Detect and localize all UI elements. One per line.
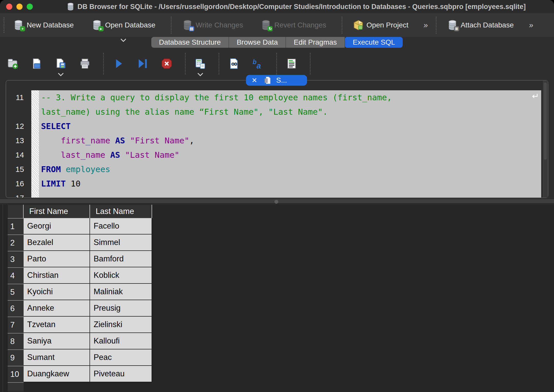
fold-margin [31,177,39,191]
badge-icon: ≣ [454,26,459,31]
cell-last-name[interactable]: Preusig [90,300,152,317]
row-number[interactable]: 9 [8,349,24,366]
editor-line[interactable]: 16LIMIT 10 [8,177,541,191]
database-icon: ▤ [182,19,193,31]
row-number[interactable]: 1 [8,218,24,234]
sql-editor[interactable]: 11-- 3. Write a query to display the fir… [8,90,541,198]
line-number [8,105,31,119]
new-query-tab-button[interactable] [7,58,18,70]
sql-toolbar-separator [185,53,186,74]
minimize-window-button[interactable] [16,4,23,10]
stop-button[interactable] [161,58,173,70]
cell-last-name[interactable]: Zielinski [90,317,152,333]
cell-last-name[interactable]: Bamford [90,251,152,267]
toolbar-overflow-icon[interactable]: » [423,21,428,30]
cell-last-name[interactable]: Maliniak [90,284,152,300]
cell-first-name[interactable]: Parto [24,251,90,267]
toolbar-item-label: Revert Changes [274,21,326,29]
editor-scrollbar[interactable] [542,81,548,198]
cell-first-name[interactable]: Saniya [24,333,90,349]
table-row: 5KyoichiMaliniak [8,284,152,300]
line-number: 13 [8,133,31,148]
main-toolbar: +New Database▸Open Database▤Write Change… [0,13,554,37]
open-project-button[interactable]: Open Project [349,17,412,33]
cell-last-name[interactable]: Kalloufi [90,333,152,349]
splitter-handle[interactable] [274,200,278,204]
row-number[interactable]: 3 [8,251,24,267]
sql-query-tab[interactable]: ✕ S... [246,75,307,86]
sql-tab-label: S... [276,76,287,84]
print-button[interactable] [79,58,91,70]
cell-last-name[interactable]: Koblick [90,267,152,284]
cell-last-name[interactable]: Facello [90,218,152,234]
cell-first-name[interactable]: Chirstian [24,267,90,284]
row-number[interactable]: 10 [8,366,24,382]
cell-first-name[interactable]: Tzvetan [24,317,90,333]
open-database-button[interactable]: ▸Open Database [88,17,159,33]
editor-line[interactable]: 12SELECT [8,119,541,133]
editor-line[interactable]: 14 last_name AS "Last Name" [8,148,541,162]
cell-first-name[interactable]: Bezalel [24,234,90,251]
cell-last-name[interactable]: Simmel [90,234,152,251]
code-text: FROM employees [39,162,541,177]
cell-first-name[interactable]: Duangkaew [24,366,90,382]
row-number-header [8,205,24,218]
line-number: 16 [8,177,31,191]
close-icon[interactable]: ✕ [252,76,257,84]
cell-first-name[interactable]: Anneke [24,300,90,317]
query-log-button[interactable] [286,58,298,70]
save-sql-file-button[interactable] [55,58,67,70]
fold-margin [31,105,39,119]
results-table: First NameLast Name1GeorgiFacello2Bezale… [8,205,152,391]
write-changes-button: ▤Write Changes [178,17,247,33]
row-number[interactable]: 4 [8,267,24,284]
row-number[interactable]: 2 [8,234,24,251]
chevron-down-icon[interactable] [197,73,204,76]
row-number[interactable]: 7 [8,317,24,333]
cell-first-name[interactable]: Georgi [24,218,90,234]
table-row: 2BezalelSimmel [8,234,152,251]
open-sql-file-button[interactable] [31,58,43,70]
table-row: 4ChirstianKoblick [8,267,152,284]
cell-last-name[interactable]: Peac [90,349,152,366]
row-number[interactable]: 8 [8,333,24,349]
attach-database-button[interactable]: ≣Attach Database [443,17,517,33]
panel-splitter[interactable] [0,199,554,204]
editor-line[interactable]: 13 first_name AS "First Name", [8,133,541,148]
column-header-first-name[interactable]: First Name [24,205,90,218]
find-in-sql-button[interactable] [228,58,240,70]
editor-scroll-thumb[interactable] [544,83,547,160]
cell-first-name[interactable]: Sumant [24,349,90,366]
editor-line[interactable]: 17 [8,191,541,198]
export-results-button[interactable] [194,58,206,70]
new-database-button[interactable]: +New Database [9,17,77,33]
cell-first-name[interactable]: Kyoichi [24,284,90,300]
execute-all-button[interactable] [113,58,124,70]
tab-edit-pragmas[interactable]: Edit Pragmas [286,37,345,48]
chevron-down-icon[interactable] [57,73,64,76]
toolbar-item-label: Attach Database [461,21,514,29]
auto-complete-button[interactable]: ba [252,58,264,70]
line-wrap-icon [530,92,539,101]
zoom-window-button[interactable] [27,4,33,10]
column-header-last-name[interactable]: Last Name [90,205,152,218]
editor-line[interactable]: 15FROM employees [8,162,541,177]
app-icon [66,2,75,11]
fold-margin [31,133,39,148]
execute-current-line-button[interactable] [137,58,149,70]
tab-database-structure[interactable]: Database Structure [151,37,229,48]
fold-margin [31,119,39,133]
close-window-button[interactable] [6,4,12,10]
tab-browse-data[interactable]: Browse Data [229,37,286,48]
row-number[interactable]: 6 [8,300,24,317]
sql-toolbar-separator [103,53,104,74]
editor-line[interactable]: 11-- 3. Write a query to display the fir… [8,90,541,105]
badge-icon: ↻ [268,26,273,31]
editor-line[interactable]: last_name) using the alias name “First N… [8,105,541,119]
sql-toolbar-separator [276,53,277,74]
tab-execute-sql[interactable]: Execute SQL [345,37,403,48]
row-number[interactable]: 5 [8,284,24,300]
cell-last-name[interactable]: Piveteau [90,366,152,382]
toolbar-item-label: Open Project [367,21,408,29]
toolbar-overflow-icon[interactable]: » [529,21,533,30]
